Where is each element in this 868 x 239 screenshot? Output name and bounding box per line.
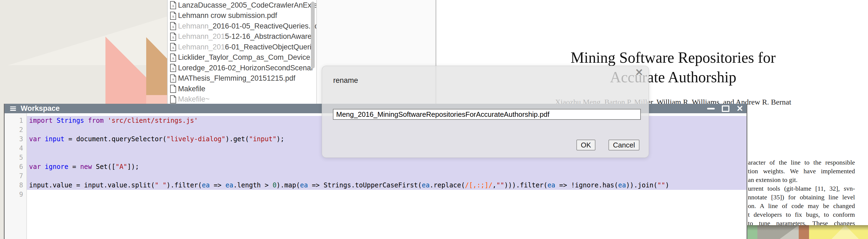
pdf-file-icon: A	[169, 64, 177, 72]
paper-text-line: t developers to fix bugs, to conform	[748, 210, 855, 219]
file-list-item[interactable]: Makefile~	[168, 94, 316, 105]
svg-text:A: A	[172, 25, 175, 29]
paper-text-line: nnotate [35]) for obtaining line level	[748, 193, 855, 202]
file-name: Licklider_Taylor_Comp_as_Com_Device.	[178, 53, 312, 62]
plain-file-icon	[169, 95, 177, 103]
paper-text-line: tion weights. We have implemented	[748, 167, 855, 175]
svg-text:A: A	[172, 56, 175, 60]
dialog-title: rename	[333, 76, 358, 85]
file-name: Makefile	[178, 85, 206, 93]
svg-text:A: A	[172, 46, 175, 50]
line-number: 2	[5, 125, 26, 134]
line-number: 5	[5, 153, 26, 162]
line-number: 8	[5, 181, 26, 190]
maximize-icon[interactable]	[722, 105, 730, 112]
line-number: 4	[5, 144, 26, 153]
line-number: 9	[5, 190, 26, 199]
desktop-bottom-strip	[747, 225, 868, 239]
pdf-file-icon: A	[169, 12, 177, 20]
plain-file-icon	[169, 85, 177, 93]
svg-text:A: A	[172, 67, 175, 71]
file-list-item[interactable]: ALehmann_2016-01-05_ReactiveQueries.pd	[168, 21, 316, 32]
line-number: 1	[5, 116, 26, 125]
paper-title-line1: Mining Software Repositories for	[436, 48, 868, 67]
hamburger-menu-icon[interactable]	[10, 106, 16, 111]
dialog-close-icon[interactable]: ✕	[635, 67, 643, 78]
line-number: 3	[5, 134, 26, 144]
file-list-item[interactable]: ALehmann_2015-12-16_AbstractionAware	[168, 32, 316, 42]
file-name: LanzaDucasse_2005_CodeCrawlerAnExte	[178, 1, 316, 9]
file-name: Lehmann_2015-12-16_AbstractionAware	[178, 32, 312, 41]
minimize-icon[interactable]	[707, 108, 715, 109]
paper-text-line: urrent tools (git-blame [11, 32], svn-	[748, 184, 855, 193]
svg-text:A: A	[172, 35, 175, 39]
desktop: Mining Software Repositories for Accurat…	[0, 0, 868, 239]
pdf-file-icon: A	[169, 74, 177, 82]
file-list-item[interactable]: ALicklider_Taylor_Comp_as_Com_Device.	[168, 53, 316, 63]
rename-dialog: rename ✕ OK Cancel	[322, 66, 649, 158]
file-list-item[interactable]: ALoredge_2016-02_HorizonSecondScenar	[168, 63, 316, 73]
paper-text-line: an extension to git.	[748, 175, 855, 184]
svg-text:A: A	[172, 4, 175, 8]
file-name: Lehmann_2016-01-05_ReactiveQueries.pd	[178, 22, 316, 30]
pdf-file-icon: A	[169, 54, 177, 62]
paper-bottom-shadow	[747, 225, 868, 231]
code-line[interactable]	[27, 171, 746, 181]
line-number: 6	[5, 162, 26, 171]
file-name: Lehmann_2016-01_ReactiveObjectQueri	[178, 43, 311, 51]
pdf-file-icon: A	[169, 43, 177, 51]
svg-text:A: A	[172, 14, 175, 19]
file-list-item[interactable]: ALehmann crow submission.pdf	[168, 10, 316, 21]
file-list-item[interactable]: Makefile	[168, 83, 316, 94]
pdf-file-icon: A	[169, 1, 177, 9]
window-close-icon[interactable]: ✕	[737, 105, 743, 113]
file-name: Loredge_2016-02_HorizonSecondScenar	[178, 64, 313, 72]
rename-input[interactable]	[333, 109, 641, 120]
pdf-file-icon: A	[169, 22, 177, 30]
paper-text-line: aracter of the line to the responsible	[748, 158, 855, 167]
code-line[interactable]: input.value = input.value.split(" ").fil…	[27, 181, 746, 190]
line-number: 7	[5, 171, 26, 181]
code-line[interactable]	[27, 190, 746, 199]
file-name: Lehmann crow submission.pdf	[178, 11, 277, 20]
file-list-item[interactable]: ALehmann_2016-01_ReactiveObjectQueri	[168, 42, 316, 53]
cancel-button[interactable]: Cancel	[609, 140, 640, 150]
svg-text:A: A	[172, 77, 175, 81]
file-name: MAThesis_Flemming_20151215.pdf	[178, 74, 296, 82]
code-line[interactable]: var ignore = new Set(["A"]);	[27, 162, 746, 171]
file-list-item[interactable]: ALanzaDucasse_2005_CodeCrawlerAnExte	[168, 0, 316, 10]
pdf-file-icon: A	[169, 33, 177, 41]
paper-body-column: aracter of the line to the responsibleti…	[748, 158, 855, 228]
file-list-item[interactable]: AMAThesis_Flemming_20151215.pdf	[168, 73, 316, 84]
file-name: Makefile~	[178, 95, 210, 103]
paper-text-line: on. A line of code may be changed	[748, 202, 855, 210]
window-title: Workspace	[21, 104, 60, 113]
file-list-scrollbar[interactable]	[311, 2, 315, 68]
editor-gutter: 123456789	[5, 113, 27, 239]
ok-button[interactable]: OK	[577, 140, 595, 150]
